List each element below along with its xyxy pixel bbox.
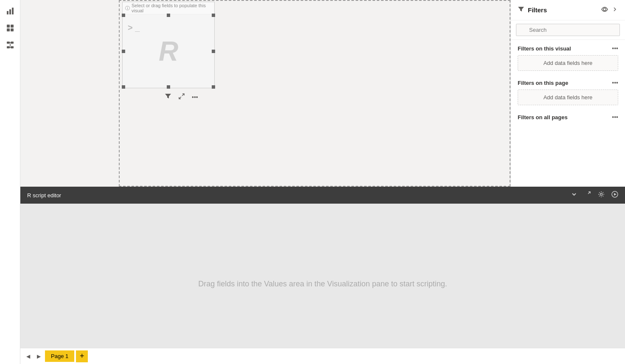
report-canvas[interactable]: ⓘ Select or drag fields to populate this… — [20, 0, 510, 187]
page-add-btn[interactable]: + — [76, 350, 88, 362]
r-script-controls — [571, 191, 618, 199]
filters-on-page-add-field[interactable]: Add data fields here — [518, 90, 618, 105]
sidebar-icon-data[interactable] — [3, 20, 18, 36]
filters-search-input[interactable] — [516, 24, 620, 36]
visual-filter-btn[interactable] — [163, 91, 173, 103]
canvas-filters-row: ⓘ Select or drag fields to populate this… — [20, 0, 625, 187]
page-tabs: ◀ ▶ Page 1 + — [20, 348, 625, 364]
filters-on-all-pages-section: Filters on all pages ••• — [511, 109, 625, 127]
r-visual-header: ⓘ Select or drag fields to populate this… — [123, 2, 214, 14]
filters-on-page-header: Filters on this page ••• — [518, 79, 618, 86]
page-next-btn[interactable]: ▶ — [34, 352, 43, 361]
handle-tr[interactable] — [212, 14, 215, 17]
filters-on-page-section: Filters on this page ••• Add data fields… — [511, 74, 625, 109]
svg-rect-8 — [11, 42, 14, 44]
page-prev-btn[interactable]: ◀ — [24, 352, 33, 361]
handle-mr[interactable] — [212, 50, 215, 53]
r-script-collapse-btn[interactable] — [571, 191, 577, 199]
r-script-header: R script editor — [20, 187, 625, 204]
filters-on-all-pages-header: Filters on all pages ••• — [518, 114, 618, 120]
filters-on-all-pages-more-btn[interactable]: ••• — [612, 114, 618, 120]
r-script-expand-btn[interactable] — [584, 191, 591, 199]
r-prompt-arrow: > _ — [128, 23, 140, 33]
filters-expand-btn[interactable] — [611, 6, 618, 14]
filters-on-visual-more-btn[interactable]: ••• — [612, 45, 618, 52]
r-visual-body: > _ R — [123, 14, 214, 88]
page-tab-1[interactable]: Page 1 — [45, 350, 74, 362]
r-script-run-btn[interactable] — [611, 191, 618, 199]
sidebar-icon-model[interactable] — [3, 37, 18, 53]
r-script-editor: R script editor — [20, 187, 625, 364]
svg-rect-2 — [12, 8, 14, 14]
filters-on-visual-section: Filters on this visual ••• Add data fiel… — [511, 40, 625, 74]
filters-on-page-more-btn[interactable]: ••• — [612, 79, 618, 86]
filters-panel: Filters — [510, 0, 625, 187]
filters-on-visual-header: Filters on this visual ••• — [518, 45, 618, 52]
svg-rect-5 — [7, 28, 10, 31]
svg-rect-10 — [11, 46, 14, 48]
r-letter: R — [159, 36, 178, 67]
filters-on-page-title: Filters on this page — [518, 80, 568, 86]
svg-rect-7 — [7, 42, 10, 44]
sidebar-icon-report[interactable] — [3, 3, 18, 19]
filters-search-wrapper — [516, 24, 620, 36]
svg-rect-4 — [11, 25, 14, 28]
svg-rect-0 — [7, 11, 8, 14]
filters-title: Filters — [528, 6, 547, 14]
svg-rect-9 — [7, 46, 10, 48]
visual-focus-btn[interactable] — [177, 91, 187, 103]
handle-tm[interactable] — [167, 14, 170, 17]
r-visual-header-text: Select or drag fields to populate this v… — [132, 3, 212, 13]
svg-rect-1 — [9, 9, 11, 14]
handle-br[interactable] — [212, 85, 215, 89]
r-script-title: R script editor — [27, 192, 61, 199]
filter-funnel-icon — [518, 6, 524, 14]
handle-bm[interactable] — [167, 85, 170, 89]
svg-point-16 — [603, 8, 606, 11]
filters-search — [511, 20, 625, 40]
r-visual-info-icon: ⓘ — [125, 5, 130, 11]
r-script-body: Drag fields into the Values area in the … — [20, 204, 625, 364]
filters-on-all-pages-title: Filters on all pages — [518, 114, 568, 120]
handle-bl[interactable] — [122, 85, 125, 89]
filters-visibility-btn[interactable] — [601, 6, 608, 14]
handle-tl[interactable] — [122, 14, 125, 17]
svg-rect-6 — [11, 28, 14, 31]
filters-header: Filters — [511, 0, 625, 20]
visual-more-btn[interactable]: ••• — [190, 92, 200, 102]
filters-header-actions — [601, 6, 618, 14]
handle-ml[interactable] — [122, 50, 125, 53]
filters-title-row: Filters — [518, 6, 547, 14]
r-script-settings-btn[interactable] — [598, 191, 605, 199]
r-visual-widget[interactable]: ⓘ Select or drag fields to populate this… — [122, 2, 215, 88]
r-script-placeholder: Drag fields into the Values area in the … — [198, 280, 447, 288]
svg-rect-3 — [7, 25, 10, 28]
left-sidebar — [0, 0, 20, 364]
filters-on-visual-add-field[interactable]: Add data fields here — [518, 55, 618, 71]
filters-on-visual-title: Filters on this visual — [518, 45, 571, 52]
svg-point-20 — [600, 193, 603, 196]
svg-marker-22 — [614, 193, 617, 196]
main-content: ⓘ Select or drag fields to populate this… — [20, 0, 625, 364]
visual-toolbar: ••• — [163, 91, 200, 103]
